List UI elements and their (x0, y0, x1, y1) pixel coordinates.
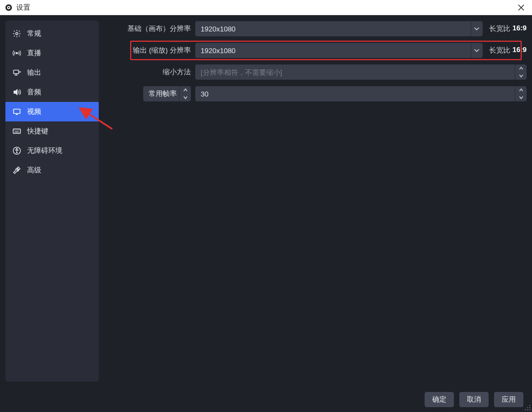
svg-rect-6 (14, 109, 20, 113)
sidebar: 常规 直播 输出 音频 (5, 21, 99, 382)
svg-point-2 (8, 7, 10, 8)
spinner-down-icon[interactable] (515, 94, 527, 101)
sidebar-item-accessibility[interactable]: 无障碍环境 (5, 141, 99, 160)
sidebar-item-general[interactable]: 常规 (5, 24, 99, 43)
ok-button-label: 确定 (432, 395, 446, 404)
spinner-down-icon[interactable] (180, 94, 191, 101)
svg-point-4 (16, 53, 18, 54)
tools-icon (12, 165, 22, 175)
sidebar-item-label: 高级 (27, 165, 41, 175)
sidebar-item-hotkeys[interactable]: 快捷键 (5, 121, 99, 141)
resize-grip-icon[interactable] (524, 404, 531, 411)
fps-value-spinner[interactable] (515, 86, 527, 101)
svg-point-9 (16, 149, 17, 150)
sidebar-item-label: 快捷键 (27, 126, 48, 136)
monitor-icon (12, 107, 22, 117)
app-icon (4, 3, 13, 12)
svg-point-13 (527, 407, 528, 408)
cancel-button[interactable]: 取消 (459, 392, 489, 407)
svg-point-11 (529, 405, 530, 406)
keyboard-icon (12, 126, 22, 136)
speaker-icon (12, 87, 22, 97)
gear-icon (12, 29, 22, 38)
sidebar-item-label: 常规 (27, 29, 41, 38)
spinner-up-icon[interactable] (515, 65, 527, 72)
cancel-button-label: 取消 (467, 395, 481, 404)
ok-button[interactable]: 确定 (425, 392, 454, 407)
aspect-label: 长宽比 (489, 46, 510, 55)
main-area: 常规 直播 输出 音频 (0, 15, 532, 412)
sidebar-item-label: 视频 (27, 107, 41, 117)
window-title: 设置 (16, 3, 515, 12)
accessibility-icon (12, 146, 22, 156)
apply-button[interactable]: 应用 (494, 392, 523, 407)
aspect-label: 长宽比 (489, 24, 510, 34)
svg-point-3 (16, 33, 18, 35)
spinner-down-icon[interactable] (515, 72, 527, 80)
row-fps: 常用帧率 (104, 86, 527, 102)
fps-value-text (195, 86, 515, 101)
row-base-resolution: 基础（画布）分辨率 长宽比 16:9 (104, 21, 527, 37)
label-output-resolution: 输出 (缩放) 分辨率 (104, 46, 191, 55)
content-row: 常规 直播 输出 音频 (0, 15, 532, 387)
svg-rect-5 (14, 70, 18, 74)
fps-mode-spinner[interactable] (179, 86, 191, 101)
dialog-footer: 确定 取消 应用 (0, 387, 532, 412)
sidebar-item-label: 无障碍环境 (27, 146, 62, 156)
base-resolution-combo[interactable] (195, 21, 483, 36)
broadcast-icon (12, 48, 22, 58)
downscale-filter-spinner[interactable] (515, 65, 527, 80)
base-resolution-dropdown-button[interactable] (471, 21, 483, 36)
svg-point-16 (525, 409, 526, 410)
output-resolution-dropdown-button[interactable] (471, 43, 483, 58)
fps-value-select[interactable] (195, 86, 527, 101)
fps-mode-select[interactable]: 常用帧率 (143, 86, 191, 101)
output-resolution-aspect: 长宽比 16:9 (489, 46, 527, 55)
sidebar-item-video[interactable]: 视频 (5, 102, 99, 121)
row-downscale-filter: 缩小方法 (104, 64, 527, 80)
svg-point-12 (529, 407, 530, 408)
close-button[interactable] (515, 1, 528, 14)
label-base-resolution: 基础（画布）分辨率 (104, 24, 191, 34)
sidebar-item-stream[interactable]: 直播 (5, 43, 99, 63)
label-fps: 常用帧率 (104, 86, 191, 101)
apply-button-label: 应用 (502, 395, 516, 404)
spinner-up-icon[interactable] (180, 86, 191, 94)
sidebar-item-output[interactable]: 输出 (5, 63, 99, 82)
titlebar: 设置 (0, 0, 532, 15)
label-downscale-filter: 缩小方法 (104, 67, 191, 77)
output-resolution-combo[interactable] (195, 43, 483, 58)
base-resolution-input[interactable] (195, 21, 471, 36)
svg-rect-7 (13, 129, 20, 133)
downscale-filter-text (195, 65, 515, 80)
sidebar-item-label: 音频 (27, 87, 41, 97)
aspect-value: 16:9 (512, 46, 527, 55)
downscale-filter-select[interactable] (195, 65, 527, 80)
sidebar-item-label: 输出 (27, 68, 41, 78)
base-resolution-aspect: 长宽比 16:9 (489, 24, 527, 34)
output-resolution-input[interactable] (195, 43, 471, 58)
svg-point-15 (527, 409, 528, 410)
sidebar-item-audio[interactable]: 音频 (5, 82, 99, 102)
video-settings-panel: 基础（画布）分辨率 长宽比 16:9 输出 (缩放) 分辨率 (104, 21, 527, 382)
aspect-value: 16:9 (512, 24, 527, 34)
spinner-up-icon[interactable] (515, 86, 527, 94)
svg-point-14 (529, 409, 530, 410)
output-icon (12, 68, 22, 78)
sidebar-item-label: 直播 (27, 48, 41, 58)
row-output-resolution: 输出 (缩放) 分辨率 长宽比 16:9 (104, 42, 527, 59)
sidebar-item-advanced[interactable]: 高级 (5, 160, 99, 180)
